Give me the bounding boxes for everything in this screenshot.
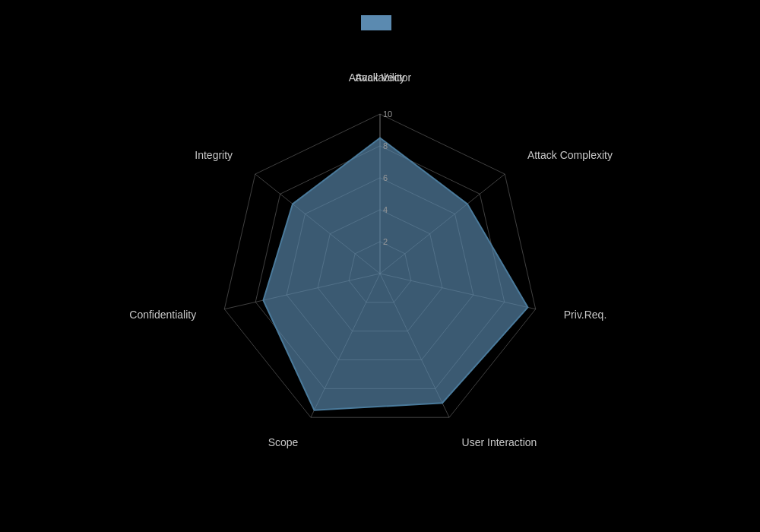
svg-text:Availability: Availability xyxy=(355,71,405,84)
svg-text:8: 8 xyxy=(383,141,388,150)
radar-chart: Attack VectorAttack ComplexityPriv.Req.U… xyxy=(114,30,646,502)
legend-color-box xyxy=(361,15,391,30)
svg-text:Attack Complexity: Attack Complexity xyxy=(527,149,613,161)
svg-text:4: 4 xyxy=(383,205,388,214)
svg-text:2: 2 xyxy=(383,237,388,246)
svg-text:Scope: Scope xyxy=(268,436,299,448)
chart-container: Attack VectorAttack ComplexityPriv.Req.U… xyxy=(0,0,760,532)
legend xyxy=(361,15,399,30)
svg-text:Priv.Req.: Priv.Req. xyxy=(564,309,607,321)
svg-text:User Interaction: User Interaction xyxy=(462,436,537,448)
svg-marker-13 xyxy=(263,138,527,410)
svg-text:Confidentiality: Confidentiality xyxy=(129,309,196,321)
svg-text:6: 6 xyxy=(383,173,388,182)
svg-text:Integrity: Integrity xyxy=(195,149,233,161)
svg-text:10: 10 xyxy=(383,109,392,119)
